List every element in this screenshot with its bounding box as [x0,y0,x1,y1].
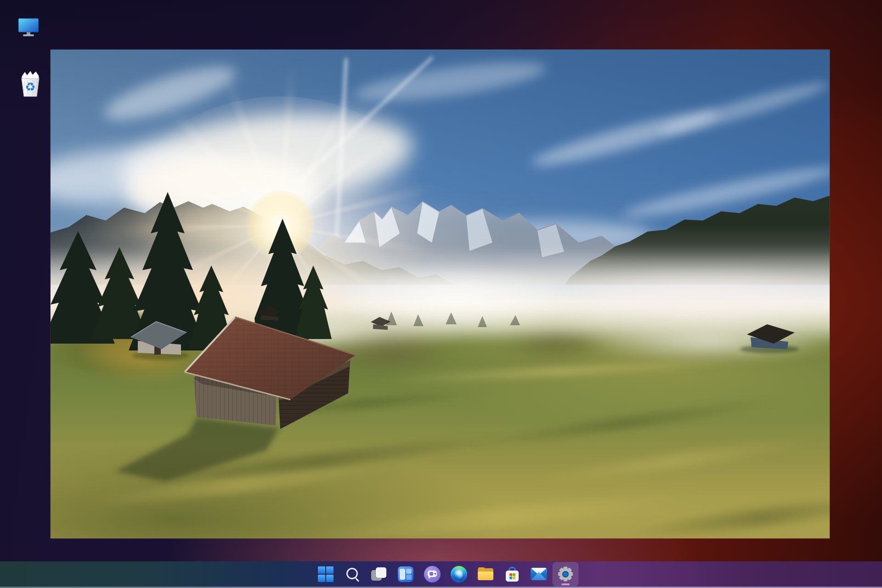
task-view-icon [371,566,387,582]
start-button[interactable] [313,562,339,586]
edge-button[interactable] [446,562,472,586]
taskbar-icon-row [312,562,579,586]
taskbar [0,561,882,588]
mail-button[interactable] [526,562,552,586]
mail-envelope-icon [531,568,547,580]
wallpaper-photo[interactable] [51,50,830,538]
settings-button[interactable] [553,562,578,586]
right-hut [740,324,799,353]
windows-desktop: { "app": { "name": "windows-11-desktop" … [0,0,882,588]
chat-icon [424,566,441,582]
task-view-button[interactable] [366,562,392,586]
search-icon [345,566,360,582]
widgets-icon [398,566,413,582]
chat-button[interactable] [419,562,445,586]
edge-browser-icon [451,566,467,582]
active-app-indicator [561,583,570,585]
file-explorer-button[interactable] [473,562,498,586]
gear-icon [557,566,574,582]
computer-icon [16,17,41,40]
pine-trees [51,192,332,351]
widgets-button[interactable] [393,562,418,586]
search-button[interactable] [339,562,365,586]
main-hut-shadow [115,418,279,481]
foreground-trees-huts [51,50,830,538]
recycle-bin-icon: ♻ [18,69,42,98]
folder-icon [477,567,494,581]
windows-logo-icon [318,566,334,582]
store-button[interactable] [499,562,525,586]
store-bag-icon [504,566,520,582]
svg-text:♻: ♻ [25,80,35,94]
desktop-icon-recycle-bin[interactable]: ♻ [13,66,48,101]
fog-tree-tips [386,311,520,327]
desktop-icon-computer[interactable] [11,11,46,46]
